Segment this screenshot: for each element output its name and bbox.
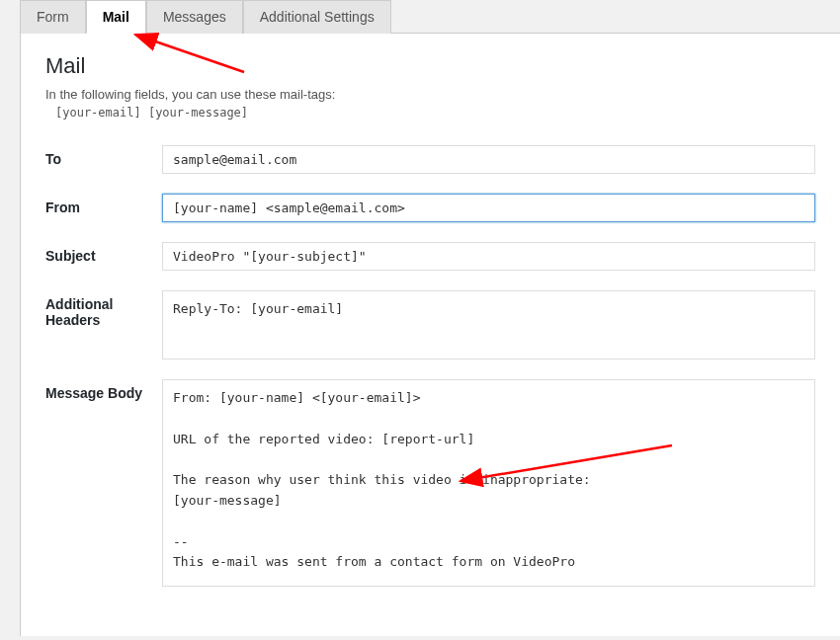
- row-additional-headers: Additional Headers: [45, 290, 815, 360]
- tab-messages[interactable]: Messages: [146, 0, 243, 34]
- label-message-body: Message Body: [45, 379, 162, 401]
- section-description: In the following fields, you can use the…: [45, 87, 815, 102]
- textarea-message-body[interactable]: [162, 379, 815, 587]
- textarea-additional-headers[interactable]: [162, 290, 815, 360]
- label-additional-headers: Additional Headers: [45, 290, 162, 328]
- input-to[interactable]: [162, 145, 815, 174]
- section-title: Mail: [45, 53, 815, 79]
- mail-panel: Mail In the following fields, you can us…: [20, 34, 840, 636]
- label-from: From: [45, 194, 162, 215]
- row-subject: Subject: [45, 242, 815, 271]
- input-subject[interactable]: [162, 242, 815, 271]
- tab-additional-settings[interactable]: Additional Settings: [243, 0, 391, 34]
- row-from: From: [45, 194, 815, 222]
- tab-bar: Form Mail Messages Additional Settings: [20, 0, 840, 34]
- row-to: To: [45, 145, 815, 174]
- label-subject: Subject: [45, 242, 162, 264]
- tab-mail[interactable]: Mail: [86, 0, 146, 34]
- input-from[interactable]: [162, 194, 815, 222]
- row-message-body: Message Body: [45, 379, 815, 587]
- label-to: To: [45, 145, 162, 167]
- mail-tags-list: [your-email] [your-message]: [55, 106, 815, 120]
- tab-form[interactable]: Form: [20, 0, 86, 34]
